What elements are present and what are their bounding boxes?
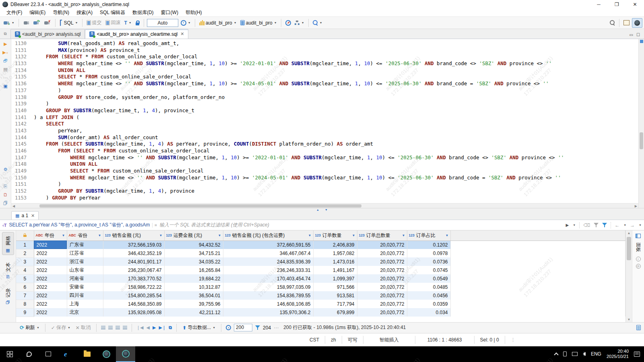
editor-vertical-scrollbar[interactable]: [638, 39, 644, 208]
menu-item[interactable]: SQL 编辑器: [97, 9, 128, 16]
taskbar-dbeaver-button[interactable]: [97, 346, 116, 362]
column-filter-icon[interactable]: ▼: [218, 234, 221, 237]
new-connection-button[interactable]: +▼: [2, 19, 16, 27]
table-cell[interactable]: 135,928,095.08: [103, 308, 164, 317]
column-filter-icon[interactable]: ▼: [308, 234, 312, 237]
table-cell[interactable]: 372,660,591.55: [223, 241, 313, 249]
table-cell[interactable]: 34,035.22: [164, 257, 223, 266]
file-error-icon[interactable]: 🗋: [3, 192, 8, 197]
database-selector[interactable]: audit_bi_pro▼: [239, 19, 278, 27]
column-header[interactable]: 123销售金额 (元) (包含运费)▼: [223, 230, 313, 241]
row-number[interactable]: 3: [16, 257, 34, 266]
code-line[interactable]: 1151 ): [11, 181, 638, 188]
table-cell[interactable]: 39,755.96: [164, 300, 223, 308]
table-cell[interactable]: 上海: [67, 300, 103, 308]
save-button[interactable]: ✓保存▼: [50, 323, 72, 332]
taskbar-clock[interactable]: 20:40 2025/10/21: [607, 349, 629, 359]
fetch-all-button[interactable]: ⧉: [169, 325, 172, 330]
table-cell[interactable]: 170,403,454.74: [223, 274, 313, 283]
table-cell[interactable]: 1,473,016: [313, 257, 357, 266]
open-perspective-button[interactable]: [622, 19, 631, 26]
column-filter-icon[interactable]: ▼: [352, 234, 355, 237]
tab-close-icon[interactable]: ✕: [180, 31, 184, 37]
expand-filter-icon[interactable]: ⌗: [152, 223, 157, 228]
table-cell[interactable]: 236,246,333.31: [223, 266, 313, 274]
dbeaver-perspective-button[interactable]: [632, 18, 642, 28]
last-page-button[interactable]: ▶❘: [159, 325, 166, 330]
column-header[interactable]: 123订单总数量▼: [357, 230, 407, 241]
refresh-button[interactable]: ⟳刷新▼: [19, 323, 41, 332]
panel-tab-label[interactable]: 面板: [632, 243, 644, 252]
apply-filter-icon[interactable]: ▶: [566, 223, 569, 227]
restore-views-icon[interactable]: ⧉: [0, 29, 10, 39]
table-cell[interactable]: 135,970,306.2: [223, 308, 313, 317]
table-cell[interactable]: 0.034: [407, 308, 450, 317]
table-cell[interactable]: 20,020,772: [357, 308, 407, 317]
results-tab-close-icon[interactable]: ✕: [31, 213, 35, 218]
input-language[interactable]: ENG: [591, 351, 601, 357]
table-cell[interactable]: 1,957,082: [313, 249, 357, 257]
table-cell[interactable]: 20,020,772: [357, 241, 407, 249]
console-icon[interactable]: ▣: [3, 84, 7, 88]
code-line[interactable]: 1131 MAX(province) AS province_t: [11, 47, 638, 54]
code-line[interactable]: 1152 GROUP BY SUBSTR(mgclear_time, 1, 4)…: [11, 188, 638, 195]
sql-editor-button[interactable]: ⎡SQL▼: [58, 19, 79, 27]
table-cell[interactable]: 2022: [34, 300, 67, 308]
editor-results-sash[interactable]: ▲ ▼: [0, 208, 644, 211]
grid-vertical-scrollbar[interactable]: ▲ ▼: [625, 230, 632, 322]
menu-item[interactable]: 搜索(A): [73, 9, 96, 16]
more-dots-icon[interactable]: ⋯: [3, 175, 8, 180]
column-header[interactable]: 123订单占比▼: [407, 230, 450, 241]
scroll-up-icon[interactable]: ▲: [626, 231, 632, 235]
caret-position[interactable]: 1106 : 1 : 48663: [415, 336, 474, 344]
menu-item[interactable]: 帮助(H): [182, 9, 205, 16]
column-header[interactable]: 123运费金额 (元)▼: [164, 230, 223, 241]
tab-analysis-cleartime-sql[interactable]: <audit_bi_pro> analysis_cleartime.sql ✕: [85, 29, 188, 39]
table-cell[interactable]: 146,608,106.85: [223, 300, 313, 308]
code-area[interactable]: 1130 SUM(real_goods_amt) AS real_goods_a…: [11, 39, 638, 208]
search-button[interactable]: ▼: [312, 19, 324, 26]
table-cell[interactable]: 346,432,352.19: [103, 249, 164, 257]
table-cell[interactable]: 20,020,772: [357, 300, 407, 308]
table-row[interactable]: 62022安徽省158,986,722.2210,312.87158,997,0…: [16, 283, 625, 291]
results-tab-a1[interactable]: ▦ a 1 ✕: [11, 211, 39, 220]
column-header[interactable]: ABC年份▼: [34, 230, 67, 241]
table-cell[interactable]: 0.0745: [407, 266, 450, 274]
table-cell[interactable]: 0.0978: [407, 249, 450, 257]
table-cell[interactable]: 20,020,772: [357, 274, 407, 283]
connection-selector[interactable]: audit_bi_pro▼: [198, 19, 238, 27]
task-view-button[interactable]: [39, 346, 58, 362]
file-chart-icon[interactable]: 🗍: [3, 201, 8, 206]
table-cell[interactable]: 94,432.52: [164, 241, 223, 249]
table-cell[interactable]: 0.0549: [407, 274, 450, 283]
column-filter-icon[interactable]: ▼: [159, 234, 163, 237]
erase-filter-icon[interactable]: ⌫: [583, 222, 590, 228]
table-row[interactable]: 32022浙江省244,801,901.1734,035.22244,835,9…: [16, 257, 625, 266]
transaction-log-button[interactable]: T▼: [123, 19, 133, 27]
table-cell[interactable]: 安徽省: [67, 283, 103, 291]
code-line[interactable]: 1140 GROUP BY SUBSTR(mgclear_time_t, 1, …: [11, 107, 638, 114]
edit-row-icon[interactable]: [123, 326, 127, 329]
table-row[interactable]: 82022上海146,568,350.8939,755.96146,608,10…: [16, 300, 625, 308]
scroll-left-icon[interactable]: ◀: [12, 204, 15, 208]
row-number[interactable]: 6: [16, 283, 34, 291]
table-cell[interactable]: 2022: [34, 274, 67, 283]
sash-down-icon[interactable]: ▼: [325, 209, 328, 211]
delete-row-icon[interactable]: [116, 326, 120, 329]
next-page-button[interactable]: ▶: [153, 325, 156, 330]
table-cell[interactable]: 20,020,772: [357, 291, 407, 300]
scrollbar-thumb[interactable]: [627, 237, 631, 260]
settings-gear-icon[interactable]: ⚙: [4, 167, 8, 172]
table-cell[interactable]: 浙江省: [67, 257, 103, 266]
code-line[interactable]: 1136 WHERE mgclear_time <> '' AND SUBSTR…: [11, 80, 638, 87]
explain-plan-icon[interactable]: 🗗: [3, 58, 8, 63]
column-header[interactable]: 123订单数量▼: [313, 230, 357, 241]
table-cell[interactable]: 244,801,901.17: [103, 257, 164, 266]
copy-results-icon[interactable]: [636, 325, 641, 330]
table-cell[interactable]: 146,568,350.89: [103, 300, 164, 308]
filter-input[interactable]: 输入一个 SQL 表达式来过滤结果 (使用 Ctrl+Space): [159, 222, 564, 228]
table-cell[interactable]: 971,566: [313, 283, 357, 291]
table-cell[interactable]: 山东省: [67, 266, 103, 274]
table-cell[interactable]: 北京: [67, 308, 103, 317]
execute-script-icon[interactable]: ▶₊: [2, 50, 8, 55]
